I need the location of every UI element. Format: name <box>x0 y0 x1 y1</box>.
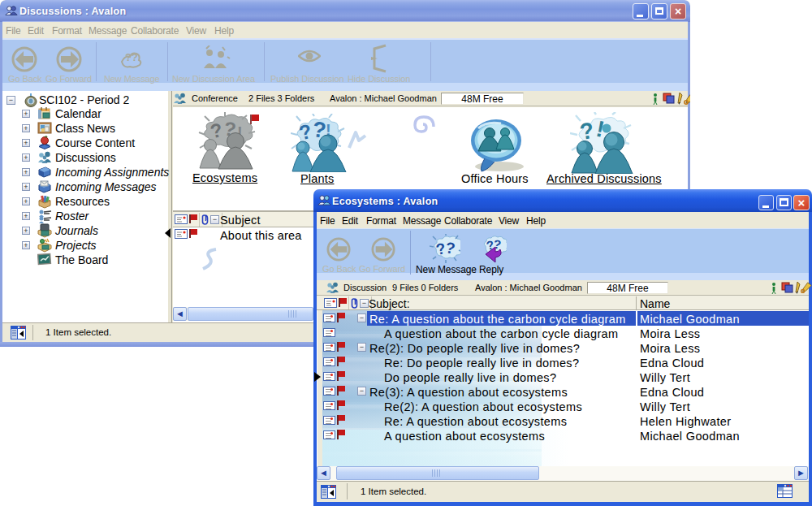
svg-text:??: ?? <box>125 51 138 63</box>
